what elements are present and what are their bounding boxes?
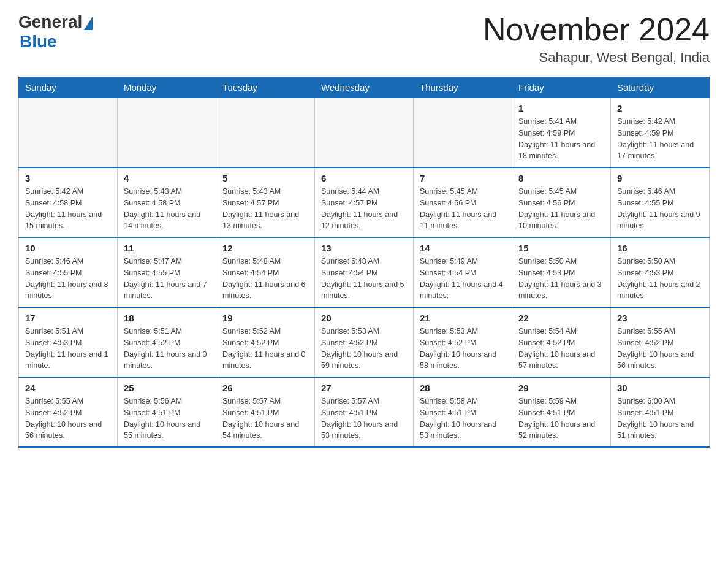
calendar-cell: 23Sunrise: 5:55 AM Sunset: 4:52 PM Dayli… bbox=[611, 307, 710, 377]
day-info: Sunrise: 5:59 AM Sunset: 4:51 PM Dayligh… bbox=[518, 396, 604, 442]
calendar-table: SundayMondayTuesdayWednesdayThursdayFrid… bbox=[18, 77, 710, 448]
day-info: Sunrise: 5:52 AM Sunset: 4:52 PM Dayligh… bbox=[222, 326, 308, 372]
calendar-cell bbox=[118, 98, 216, 168]
day-info: Sunrise: 5:50 AM Sunset: 4:53 PM Dayligh… bbox=[518, 256, 604, 302]
calendar-cell: 19Sunrise: 5:52 AM Sunset: 4:52 PM Dayli… bbox=[216, 307, 315, 377]
logo-triangle-icon bbox=[84, 17, 93, 30]
calendar-cell bbox=[414, 98, 512, 168]
calendar-title: November 2024 bbox=[483, 12, 710, 47]
header: General Blue November 2024 Sahapur, West… bbox=[18, 12, 710, 66]
day-number: 2 bbox=[617, 103, 703, 113]
calendar-cell: 29Sunrise: 5:59 AM Sunset: 4:51 PM Dayli… bbox=[512, 377, 611, 447]
calendar-cell: 21Sunrise: 5:53 AM Sunset: 4:52 PM Dayli… bbox=[414, 307, 512, 377]
calendar-cell bbox=[19, 98, 118, 168]
day-info: Sunrise: 5:43 AM Sunset: 4:58 PM Dayligh… bbox=[124, 186, 210, 232]
calendar-cell: 5Sunrise: 5:43 AM Sunset: 4:57 PM Daylig… bbox=[216, 167, 315, 237]
calendar-cell: 30Sunrise: 6:00 AM Sunset: 4:51 PM Dayli… bbox=[611, 377, 710, 447]
calendar-cell: 14Sunrise: 5:49 AM Sunset: 4:54 PM Dayli… bbox=[414, 237, 512, 307]
day-info: Sunrise: 5:42 AM Sunset: 4:58 PM Dayligh… bbox=[25, 186, 111, 232]
day-number: 19 bbox=[222, 313, 308, 323]
day-number: 9 bbox=[617, 173, 703, 183]
calendar-cell: 18Sunrise: 5:51 AM Sunset: 4:52 PM Dayli… bbox=[118, 307, 216, 377]
day-number: 14 bbox=[420, 243, 506, 253]
day-info: Sunrise: 5:50 AM Sunset: 4:53 PM Dayligh… bbox=[617, 256, 703, 302]
calendar-week-row: 10Sunrise: 5:46 AM Sunset: 4:55 PM Dayli… bbox=[19, 237, 710, 307]
calendar-cell bbox=[216, 98, 315, 168]
day-info: Sunrise: 5:45 AM Sunset: 4:56 PM Dayligh… bbox=[420, 186, 506, 232]
day-number: 20 bbox=[321, 313, 407, 323]
logo-blue-text: Blue bbox=[20, 32, 57, 52]
day-info: Sunrise: 5:54 AM Sunset: 4:52 PM Dayligh… bbox=[518, 326, 604, 372]
header-day-sunday: Sunday bbox=[19, 77, 118, 98]
day-info: Sunrise: 5:49 AM Sunset: 4:54 PM Dayligh… bbox=[420, 256, 506, 302]
calendar-cell: 25Sunrise: 5:56 AM Sunset: 4:51 PM Dayli… bbox=[118, 377, 216, 447]
day-number: 6 bbox=[321, 173, 407, 183]
day-number: 22 bbox=[518, 313, 604, 323]
day-info: Sunrise: 5:46 AM Sunset: 4:55 PM Dayligh… bbox=[25, 256, 111, 302]
header-day-friday: Friday bbox=[512, 77, 611, 98]
calendar-week-row: 17Sunrise: 5:51 AM Sunset: 4:53 PM Dayli… bbox=[19, 307, 710, 377]
day-number: 12 bbox=[222, 243, 308, 253]
calendar-cell: 9Sunrise: 5:46 AM Sunset: 4:55 PM Daylig… bbox=[611, 167, 710, 237]
calendar-cell: 6Sunrise: 5:44 AM Sunset: 4:57 PM Daylig… bbox=[315, 167, 414, 237]
day-info: Sunrise: 5:57 AM Sunset: 4:51 PM Dayligh… bbox=[222, 396, 308, 442]
day-number: 1 bbox=[518, 103, 604, 113]
day-info: Sunrise: 5:56 AM Sunset: 4:51 PM Dayligh… bbox=[124, 396, 210, 442]
calendar-cell: 3Sunrise: 5:42 AM Sunset: 4:58 PM Daylig… bbox=[19, 167, 118, 237]
header-day-thursday: Thursday bbox=[414, 77, 512, 98]
day-number: 11 bbox=[124, 243, 210, 253]
calendar-subtitle: Sahapur, West Bengal, India bbox=[483, 50, 710, 66]
calendar-week-row: 3Sunrise: 5:42 AM Sunset: 4:58 PM Daylig… bbox=[19, 167, 710, 237]
day-number: 28 bbox=[420, 383, 506, 393]
day-info: Sunrise: 6:00 AM Sunset: 4:51 PM Dayligh… bbox=[617, 396, 703, 442]
calendar-cell: 22Sunrise: 5:54 AM Sunset: 4:52 PM Dayli… bbox=[512, 307, 611, 377]
day-info: Sunrise: 5:51 AM Sunset: 4:53 PM Dayligh… bbox=[25, 326, 111, 372]
calendar-cell: 1Sunrise: 5:41 AM Sunset: 4:59 PM Daylig… bbox=[512, 98, 611, 168]
logo-general-text: General bbox=[18, 12, 82, 32]
calendar-cell: 2Sunrise: 5:42 AM Sunset: 4:59 PM Daylig… bbox=[611, 98, 710, 168]
header-day-monday: Monday bbox=[118, 77, 216, 98]
day-number: 5 bbox=[222, 173, 308, 183]
day-info: Sunrise: 5:53 AM Sunset: 4:52 PM Dayligh… bbox=[321, 326, 407, 372]
calendar-cell: 12Sunrise: 5:48 AM Sunset: 4:54 PM Dayli… bbox=[216, 237, 315, 307]
header-day-wednesday: Wednesday bbox=[315, 77, 414, 98]
day-number: 24 bbox=[25, 383, 111, 393]
header-day-tuesday: Tuesday bbox=[216, 77, 315, 98]
day-number: 25 bbox=[124, 383, 210, 393]
day-info: Sunrise: 5:55 AM Sunset: 4:52 PM Dayligh… bbox=[617, 326, 703, 372]
calendar-cell: 4Sunrise: 5:43 AM Sunset: 4:58 PM Daylig… bbox=[118, 167, 216, 237]
calendar-cell: 10Sunrise: 5:46 AM Sunset: 4:55 PM Dayli… bbox=[19, 237, 118, 307]
title-area: November 2024 Sahapur, West Bengal, Indi… bbox=[483, 12, 710, 66]
day-info: Sunrise: 5:41 AM Sunset: 4:59 PM Dayligh… bbox=[518, 116, 604, 162]
calendar-cell: 27Sunrise: 5:57 AM Sunset: 4:51 PM Dayli… bbox=[315, 377, 414, 447]
day-number: 21 bbox=[420, 313, 506, 323]
calendar-cell: 17Sunrise: 5:51 AM Sunset: 4:53 PM Dayli… bbox=[19, 307, 118, 377]
day-info: Sunrise: 5:44 AM Sunset: 4:57 PM Dayligh… bbox=[321, 186, 407, 232]
day-info: Sunrise: 5:48 AM Sunset: 4:54 PM Dayligh… bbox=[321, 256, 407, 302]
day-number: 29 bbox=[518, 383, 604, 393]
day-number: 7 bbox=[420, 173, 506, 183]
calendar-header-row: SundayMondayTuesdayWednesdayThursdayFrid… bbox=[19, 77, 710, 98]
day-info: Sunrise: 5:48 AM Sunset: 4:54 PM Dayligh… bbox=[222, 256, 308, 302]
calendar-cell: 15Sunrise: 5:50 AM Sunset: 4:53 PM Dayli… bbox=[512, 237, 611, 307]
day-info: Sunrise: 5:58 AM Sunset: 4:51 PM Dayligh… bbox=[420, 396, 506, 442]
header-day-saturday: Saturday bbox=[611, 77, 710, 98]
calendar-cell: 16Sunrise: 5:50 AM Sunset: 4:53 PM Dayli… bbox=[611, 237, 710, 307]
day-number: 15 bbox=[518, 243, 604, 253]
day-number: 17 bbox=[25, 313, 111, 323]
calendar-cell bbox=[315, 98, 414, 168]
day-info: Sunrise: 5:57 AM Sunset: 4:51 PM Dayligh… bbox=[321, 396, 407, 442]
day-number: 13 bbox=[321, 243, 407, 253]
day-info: Sunrise: 5:45 AM Sunset: 4:56 PM Dayligh… bbox=[518, 186, 604, 232]
day-info: Sunrise: 5:51 AM Sunset: 4:52 PM Dayligh… bbox=[124, 326, 210, 372]
calendar-cell: 26Sunrise: 5:57 AM Sunset: 4:51 PM Dayli… bbox=[216, 377, 315, 447]
day-number: 10 bbox=[25, 243, 111, 253]
calendar-cell: 11Sunrise: 5:47 AM Sunset: 4:55 PM Dayli… bbox=[118, 237, 216, 307]
calendar-cell: 8Sunrise: 5:45 AM Sunset: 4:56 PM Daylig… bbox=[512, 167, 611, 237]
day-info: Sunrise: 5:46 AM Sunset: 4:55 PM Dayligh… bbox=[617, 186, 703, 232]
day-number: 18 bbox=[124, 313, 210, 323]
calendar-cell: 24Sunrise: 5:55 AM Sunset: 4:52 PM Dayli… bbox=[19, 377, 118, 447]
day-number: 26 bbox=[222, 383, 308, 393]
day-info: Sunrise: 5:47 AM Sunset: 4:55 PM Dayligh… bbox=[124, 256, 210, 302]
calendar-cell: 7Sunrise: 5:45 AM Sunset: 4:56 PM Daylig… bbox=[414, 167, 512, 237]
